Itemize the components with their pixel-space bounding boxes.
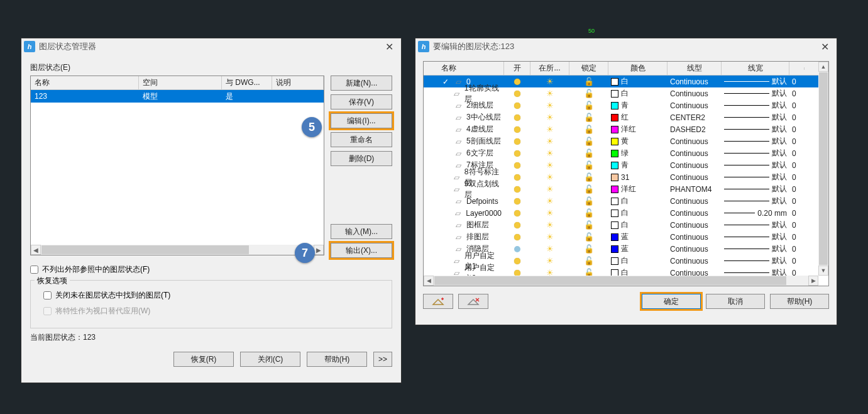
- sun-icon[interactable]: ☀: [546, 148, 554, 158]
- layer-state-row[interactable]: 123 模型 是: [31, 90, 324, 103]
- edit-button[interactable]: 编辑(I)...: [331, 113, 392, 128]
- import-button[interactable]: 输入(M)...: [331, 224, 392, 239]
- bulb-icon[interactable]: [514, 126, 520, 133]
- save-button[interactable]: 保存(V): [331, 94, 392, 109]
- bulb-icon[interactable]: [514, 150, 520, 157]
- bulb-icon[interactable]: [514, 162, 520, 169]
- restore-button[interactable]: 恢复(R): [173, 352, 234, 367]
- layer-row[interactable]: ✓▱5剖面线层 ☀ 🔓 黄 Continuous 默认 0: [424, 135, 828, 147]
- lock-open-icon[interactable]: 🔓: [584, 160, 594, 170]
- scroll-thumb[interactable]: [434, 276, 786, 285]
- delete-button[interactable]: 删除(D): [331, 151, 392, 166]
- rename-button[interactable]: 重命名: [331, 132, 392, 147]
- lock-open-icon[interactable]: 🔓: [584, 208, 594, 218]
- expand-button[interactable]: >>: [373, 352, 392, 367]
- turnoff-checkbox[interactable]: 关闭未在图层状态中找到的图层(T): [43, 290, 379, 301]
- sun-icon[interactable]: ☀: [546, 208, 554, 218]
- sun-icon[interactable]: ☀: [546, 256, 554, 266]
- lock-open-icon[interactable]: 🔓: [584, 256, 594, 266]
- lock-open-icon[interactable]: 🔓: [584, 184, 594, 194]
- color-swatch[interactable]: [611, 138, 618, 145]
- sun-icon[interactable]: ☀: [546, 89, 554, 98]
- new-button[interactable]: 新建(N)...: [331, 76, 392, 91]
- color-swatch[interactable]: [611, 257, 618, 265]
- help-button[interactable]: 帮助(H): [307, 352, 367, 367]
- color-swatch[interactable]: [611, 174, 618, 181]
- sun-icon[interactable]: ☀: [546, 77, 554, 86]
- scroll-right-icon[interactable]: ▶: [314, 245, 324, 255]
- sun-icon[interactable]: ☀: [546, 220, 554, 230]
- scroll-down-icon[interactable]: ▼: [818, 266, 828, 276]
- bulb-icon[interactable]: [514, 258, 520, 264]
- sun-icon[interactable]: ☀: [546, 101, 554, 110]
- col-color[interactable]: 颜色: [608, 62, 667, 75]
- scroll-left-icon[interactable]: ◀: [31, 245, 41, 255]
- col-plot[interactable]: [789, 67, 805, 70]
- scroll-up-icon[interactable]: ▲: [818, 62, 828, 72]
- col-lock[interactable]: 锁定: [569, 62, 608, 75]
- sun-icon[interactable]: ☀: [546, 113, 554, 122]
- scroll-thumb[interactable]: [41, 245, 249, 254]
- col-name[interactable]: 名称: [31, 76, 139, 89]
- bulb-icon[interactable]: [514, 91, 520, 97]
- scroll-thumb[interactable]: [819, 72, 828, 265]
- export-button[interactable]: 输出(X)...: [331, 243, 392, 258]
- color-swatch[interactable]: [611, 102, 618, 109]
- col-space[interactable]: 空间: [139, 76, 222, 89]
- close-button[interactable]: 关闭(C): [240, 352, 300, 367]
- close-icon[interactable]: ✕: [380, 39, 398, 54]
- sun-icon[interactable]: ☀: [546, 125, 554, 134]
- sun-icon[interactable]: ☀: [546, 160, 554, 170]
- dialog-titlebar[interactable]: h 图层状态管理器 ✕: [21, 38, 401, 55]
- col-on[interactable]: 开: [504, 62, 530, 75]
- turnoff-input[interactable]: [43, 291, 52, 299]
- lock-open-icon[interactable]: 🔓: [584, 125, 594, 134]
- bulb-icon[interactable]: [514, 210, 520, 216]
- lock-open-icon[interactable]: 🔓: [584, 232, 594, 242]
- horizontal-scrollbar[interactable]: ◀ ▶: [31, 245, 324, 255]
- layer-row[interactable]: ✓▱Defpoints ☀ 🔓 白 Continuous 默认 0: [424, 195, 828, 207]
- color-swatch[interactable]: [611, 90, 618, 98]
- col-same-dwg[interactable]: 与 DWG...: [222, 76, 272, 89]
- remove-layer-button[interactable]: [458, 294, 488, 309]
- external-xref-checkbox[interactable]: 不列出外部参照中的图层状态(F): [30, 264, 392, 275]
- sun-icon[interactable]: ☀: [546, 137, 554, 146]
- layer-row[interactable]: ✓▱2细线层 ☀ 🔓 青 Continuous 默认 0: [424, 99, 828, 111]
- color-swatch[interactable]: [611, 114, 618, 121]
- col-lineweight[interactable]: 线宽: [722, 62, 789, 75]
- bulb-icon[interactable]: [514, 138, 520, 145]
- lock-open-icon[interactable]: 🔓: [584, 101, 594, 110]
- layer-row[interactable]: ✓▱3中心线层 ☀ 🔓 红 CENTER2 默认 0: [424, 111, 828, 123]
- color-swatch[interactable]: [611, 198, 618, 205]
- layer-row[interactable]: ✓▱6文字层 ☀ 🔓 绿 Continuous 默认 0: [424, 147, 828, 159]
- layer-row[interactable]: ✓▱Layer0000 ☀ 🔓 白 Continuous 0.20 mm 0: [424, 207, 828, 219]
- bulb-icon[interactable]: [514, 115, 520, 121]
- bulb-icon[interactable]: [514, 79, 520, 85]
- bulb-icon[interactable]: [514, 198, 520, 204]
- color-swatch[interactable]: [611, 245, 618, 253]
- layer-row[interactable]: ✓▱9双点划线层 ☀ 🔓 洋红 PHANTOM4 默认 0: [424, 183, 828, 195]
- add-layer-button[interactable]: [423, 294, 453, 309]
- lock-open-icon[interactable]: 🔓: [584, 148, 594, 158]
- col-freeze[interactable]: 在所...: [530, 62, 569, 75]
- bulb-icon[interactable]: [514, 186, 520, 193]
- sun-icon[interactable]: ☀: [546, 232, 554, 242]
- layer-states-grid[interactable]: 名称 空间 与 DWG... 说明 123 模型 是 ◀ ▶: [30, 76, 324, 255]
- col-description[interactable]: 说明: [272, 76, 324, 89]
- col-linetype[interactable]: 线型: [667, 62, 722, 75]
- bulb-icon[interactable]: [514, 222, 520, 228]
- lock-open-icon[interactable]: 🔓: [584, 196, 594, 206]
- bulb-icon[interactable]: [514, 174, 520, 181]
- color-swatch[interactable]: [611, 186, 618, 193]
- col-name[interactable]: 名称: [424, 62, 504, 75]
- color-swatch[interactable]: [611, 233, 618, 241]
- horizontal-scrollbar[interactable]: ◀ ▶: [424, 276, 818, 286]
- color-swatch[interactable]: [611, 221, 618, 229]
- sun-icon[interactable]: ☀: [546, 196, 554, 206]
- cancel-button[interactable]: 取消: [706, 294, 765, 309]
- lock-open-icon[interactable]: 🔓: [584, 220, 594, 230]
- close-icon[interactable]: ✕: [815, 39, 834, 54]
- ok-button[interactable]: 确定: [642, 294, 701, 309]
- layer-row[interactable]: ✓▱图框层 ☀ 🔓 白 Continuous 默认 0: [424, 219, 828, 231]
- help-button[interactable]: 帮助(H): [770, 294, 829, 309]
